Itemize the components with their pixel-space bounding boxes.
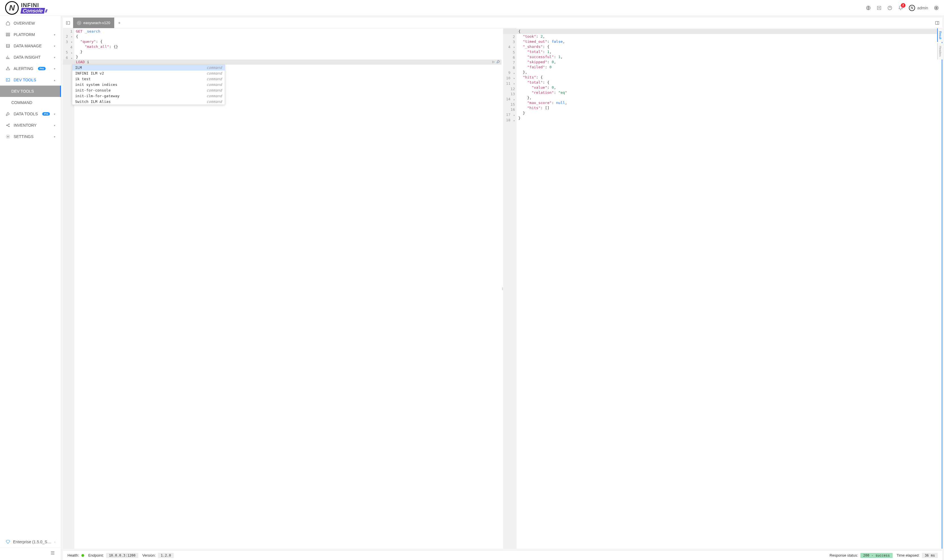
chevron-down-icon: ▾ [54,112,55,115]
language-icon[interactable] [934,5,939,11]
chart-icon [6,55,10,60]
wrench-icon [6,112,10,116]
svg-point-10 [6,125,8,126]
tab-active[interactable]: N easyseach-v120 [73,18,114,28]
wrench-action-icon[interactable] [496,60,500,64]
sidebar-item-data-tools[interactable]: DATA TOOLS Pro ▾ [0,108,61,120]
svg-point-13 [8,136,9,137]
sidebar-label: DATA INSIGHT [14,55,40,60]
svg-rect-5 [8,33,10,35]
globe-icon[interactable] [866,5,871,11]
main-content: N easyseach-v120 ＋ 1 2 ▾ 3 ▾ 4 5 ▴ 6 ▴ 7… [61,16,944,560]
response-status-value: 200 - success [860,553,893,558]
health-dot-icon [82,554,84,557]
side-tab-headers[interactable]: Headers [937,43,942,60]
platform-icon [6,32,10,37]
sidebar-item-dev-tools[interactable]: DEV TOOLS ▴ [0,74,61,86]
download-box-icon[interactable] [876,5,882,11]
logo-text-bottom: Console [20,8,45,14]
autocomplete-item[interactable]: ik testcommand [72,76,225,82]
health-label: Health: [68,553,79,557]
autocomplete-item[interactable]: INFINI ILM v2command [72,71,225,76]
license-label: Enterprise (1.5.0_SNAPS... [13,540,52,544]
svg-rect-6 [6,35,8,36]
notification-badge: 2 [901,3,906,8]
endpoint-value[interactable]: 10.0.0.3:1200 [106,553,139,558]
sidebar-label: SETTINGS [14,134,34,139]
svg-point-12 [9,126,10,127]
add-tab-button[interactable]: ＋ [114,18,125,28]
sidebar-sub-dev-tools[interactable]: DEV TOOLS [0,86,61,97]
username-label: admin [917,6,928,10]
editor-split: 1 2 ▾ 3 ▾ 4 5 ▴ 6 ▴ 7 GET _search { "que… [63,28,942,549]
pro-badge: Pro [42,112,50,115]
request-pane[interactable]: 1 2 ▾ 3 ▾ 4 5 ▴ 6 ▴ 7 GET _search { "que… [63,28,502,549]
avatar-icon: N [909,5,915,11]
tab-label: easyseach-v120 [83,21,110,25]
response-gutter: 1 ▾ 2 3 4 ▾ 5 6 7 8 9 ▴ 10 ▾ 11 ▾ 12 13 … [503,28,516,549]
response-code[interactable]: { "took": 2, "timed_out": false, "_shard… [516,28,942,549]
svg-rect-7 [8,35,10,36]
logo[interactable]: N INFINI Console/// [5,1,47,15]
sidebar-label: DATA TOOLS [14,112,38,116]
license-info[interactable]: Enterprise (1.5.0_SNAPS... › [0,536,61,548]
svg-point-11 [9,124,10,125]
layout-toggle-icon[interactable] [932,18,942,28]
sidebar-label: INVENTORY [14,123,37,128]
autocomplete-item[interactable]: ILMcommand [72,65,225,71]
version-label: Version: [142,553,156,557]
time-elapsed-label: Time elapsed: [897,553,919,557]
time-elapsed-value: 36 ms [922,553,938,558]
notification-bell-icon[interactable]: 2 [898,5,903,11]
home-icon [6,21,10,26]
version-value: 1.2.0 [158,553,174,558]
chevron-down-icon: ▾ [54,45,55,48]
help-icon[interactable] [887,5,892,11]
sidebar-label: COMMAND [11,100,32,105]
response-pane[interactable]: 1 ▾ 2 3 4 ▾ 5 6 7 8 9 ▴ 10 ▾ 11 ▾ 12 13 … [503,28,942,549]
chevron-down-icon: ▾ [54,135,55,138]
share-icon [6,123,10,128]
sidebar-item-platform[interactable]: PLATFORM ▾ [0,29,61,40]
chevron-down-icon: ▾ [54,56,55,59]
sidebar-item-inventory[interactable]: INVENTORY ▾ [0,120,61,131]
pro-badge: Pro [38,67,46,70]
sidebar-item-settings[interactable]: SETTINGS ▾ [0,131,61,142]
data-manage-icon [6,44,10,48]
console-toggle-icon[interactable] [63,18,73,28]
user-menu[interactable]: N admin [909,5,928,11]
autocomplete-item[interactable]: init-for-consolecommand [72,88,225,93]
sidebar-sub-command[interactable]: COMMAND [0,97,61,108]
chevron-down-icon: ▾ [54,67,55,70]
svg-rect-4 [6,33,8,35]
alert-icon [6,66,10,71]
chevron-down-icon: ▾ [54,124,55,127]
sidebar-label: OVERVIEW [14,21,35,26]
svg-rect-8 [6,45,10,48]
sidebar-item-alerting[interactable]: ALERTING Pro ▾ [0,63,61,74]
response-side-tabs: Result Headers [937,28,942,549]
collapse-sidebar-icon[interactable] [50,550,55,555]
request-code[interactable]: GET _search { "query": { "match_all": {}… [74,28,502,549]
side-tab-result[interactable]: Result [937,28,942,42]
svg-rect-9 [6,78,10,82]
sidebar-item-overview[interactable]: OVERVIEW [0,18,61,29]
autocomplete-popup: ILMcommand INFINI ILM v2command ik testc… [72,65,225,105]
logo-stripes-icon: /// [45,9,47,13]
autocomplete-item[interactable]: Switch ILM Aliascommand [72,99,225,105]
status-bar: Health: Endpoint: 10.0.0.3:1200 Version:… [63,550,942,560]
response-status-label: Response status: [830,553,858,557]
header: N INFINI Console/// 2 N [0,0,944,16]
endpoint-label: Endpoint: [88,553,104,557]
autocomplete-item[interactable]: init system indicescommand [72,82,225,88]
sidebar-label: PLATFORM [14,32,35,37]
sidebar-item-data-manage[interactable]: DATA MANAGE ▾ [0,40,61,52]
run-request-icon[interactable]: ▷ [493,60,495,64]
logo-text-top: INFINI [21,2,47,8]
cluster-icon: N [77,21,81,25]
chevron-up-icon: ▴ [54,78,55,82]
sidebar-label: DEV TOOLS [11,89,34,94]
sidebar-item-data-insight[interactable]: DATA INSIGHT ▾ [0,52,61,63]
diamond-icon [6,540,10,544]
autocomplete-item[interactable]: init-ilm-for-gatewaycommand [72,93,225,99]
